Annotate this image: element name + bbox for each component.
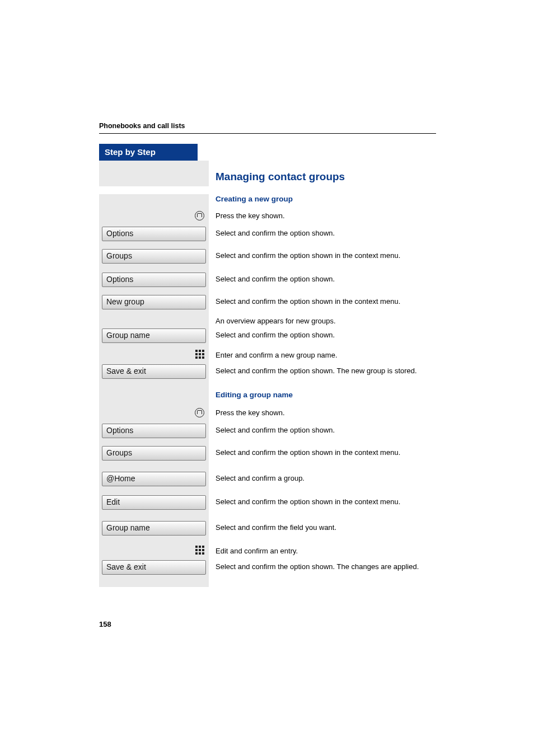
section-heading: Managing contact groups — [216, 170, 436, 184]
phonebook-key-icon — [195, 211, 204, 220]
phonebook-key-icon — [195, 408, 204, 417]
step-desc: Select and confirm the option shown. — [209, 270, 436, 284]
step-desc: Select and confirm the option shown. — [209, 226, 436, 238]
step-desc: Select and confirm the field you want. — [209, 520, 436, 533]
subsection-heading: Creating a new group — [216, 194, 436, 204]
step-row: Group name Select and confirm the field … — [99, 520, 436, 543]
page-number: 158 — [99, 620, 111, 628]
step-desc: Select and confirm the option shown in t… — [209, 248, 436, 261]
step-row: New group Select and confirm the option … — [99, 294, 436, 314]
step-row: Options Select and confirm the option sh… — [99, 226, 436, 248]
menu-option: Options — [102, 424, 206, 438]
keypad-icon — [195, 546, 204, 555]
step-row: Edit and confirm an entry. — [99, 543, 436, 559]
step-desc: An overview appears for new groups. — [209, 314, 436, 326]
menu-option: Groups — [102, 249, 206, 264]
step-row: Options Select and confirm the option sh… — [99, 422, 436, 445]
step-desc: Select and confirm the option shown. — [209, 422, 436, 435]
menu-option: Group name — [102, 521, 206, 536]
step-desc: Select and confirm the option shown in t… — [209, 294, 436, 307]
step-row: Group name Select and confirm the option… — [99, 327, 436, 348]
menu-option: Options — [102, 273, 206, 287]
step-row: @Home Select and confirm a group. — [99, 471, 436, 494]
menu-option: Save & exit — [102, 364, 206, 379]
step-desc: Select and confirm the option shown. The… — [209, 559, 436, 572]
step-desc: Select and confirm a group. — [209, 471, 436, 483]
step-desc: Select and confirm the option shown. — [209, 327, 436, 340]
content-columns: Step by Step Managing contact groups Cre… — [99, 144, 436, 587]
step-desc: Select and confirm the option shown in t… — [209, 494, 436, 507]
step-row: Groups Select and confirm the option sho… — [99, 248, 436, 270]
menu-option: Edit — [102, 495, 206, 510]
step-row: Edit Select and confirm the option shown… — [99, 494, 436, 520]
step-row: An overview appears for new groups. — [99, 314, 436, 327]
left-cell: Step by Step — [99, 144, 209, 161]
title-row: Managing contact groups — [99, 161, 436, 194]
menu-option: New group — [102, 295, 206, 309]
step-desc: Select and confirm the option shown. The… — [209, 363, 436, 376]
document-page: Phonebooks and call lists Step by Step M… — [0, 0, 534, 756]
menu-option: Group name — [102, 328, 206, 343]
subsection-heading: Editing a group name — [216, 390, 436, 400]
step-desc: Press the key shown. — [209, 211, 436, 221]
menu-option: Groups — [102, 446, 206, 461]
step-row: Groups Select and confirm the option sho… — [99, 445, 436, 471]
step-desc: Enter and confirm a new group name. — [209, 348, 436, 360]
header-rule — [99, 133, 436, 134]
badge-row: Step by Step — [99, 144, 436, 161]
step-row: Save & exit Select and confirm the optio… — [99, 363, 436, 390]
step-row: Press the key shown. — [99, 211, 436, 226]
keypad-icon — [195, 350, 204, 359]
step-row: Press the key shown. — [99, 408, 436, 422]
menu-option: Save & exit — [102, 560, 206, 575]
menu-option: Options — [102, 227, 206, 241]
step-desc: Press the key shown. — [209, 408, 436, 418]
step-row: Options Select and confirm the option sh… — [99, 270, 436, 294]
step-row: Save & exit Select and confirm the optio… — [99, 559, 436, 587]
menu-option: @Home — [102, 472, 206, 486]
running-header: Phonebooks and call lists — [99, 122, 436, 130]
step-desc: Select and confirm the option shown in t… — [209, 445, 436, 458]
step-desc: Edit and confirm an entry. — [209, 543, 436, 556]
step-row: Enter and confirm a new group name. — [99, 348, 436, 363]
step-by-step-badge: Step by Step — [99, 144, 198, 161]
